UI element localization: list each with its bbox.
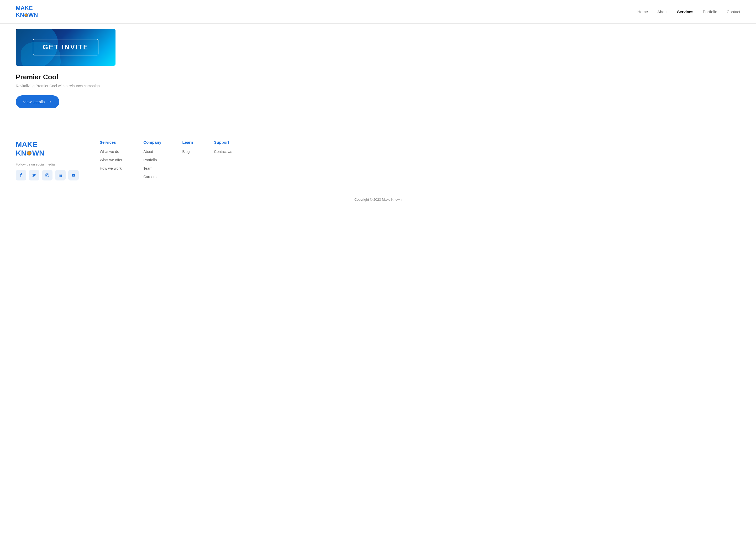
content-wrapper: GET INVITE Premier Cool Revitalizing Pre… [0, 24, 756, 124]
svg-point-4 [59, 174, 60, 175]
logo-make: MAKE [16, 5, 33, 11]
list-item: Careers [143, 175, 161, 179]
footer-link-blog[interactable]: Blog [182, 149, 190, 154]
svg-point-1 [46, 175, 48, 176]
follow-text: Follow us on social media [16, 162, 79, 166]
view-details-label: View Details [23, 100, 45, 104]
copyright-text: Copyright © 2023 Make Known [16, 197, 740, 201]
logo[interactable]: MAKE KN WN [16, 5, 38, 19]
footer-col-support-heading: Support [214, 140, 232, 144]
footer-support-list: Contact Us [214, 149, 232, 154]
logo-dot-icon [24, 13, 28, 17]
list-item: How we work [100, 166, 122, 171]
footer-services-list: What we do What we offer How we work [100, 149, 122, 171]
footer-columns: Services What we do What we offer How we… [100, 140, 740, 179]
project-title: Premier Cool [16, 73, 168, 81]
svg-point-2 [48, 174, 49, 175]
linkedin-icon[interactable] [55, 170, 66, 181]
youtube-icon[interactable] [68, 170, 79, 181]
footer-col-company-heading: Company [143, 140, 161, 144]
svg-rect-3 [59, 175, 60, 177]
list-item: Contact Us [214, 149, 232, 154]
nav-home[interactable]: Home [638, 10, 648, 14]
list-item: Portfolio [143, 158, 161, 162]
main-nav: Home About Services Portfolio Contact [638, 10, 740, 14]
footer-col-company: Company About Portfolio Team Careers [143, 140, 161, 179]
list-item: What we do [100, 149, 122, 154]
footer-col-services-heading: Services [100, 140, 122, 144]
main-content: GET INVITE Premier Cool Revitalizing Pre… [0, 29, 184, 124]
logo-known-pre: KN [16, 12, 24, 19]
footer-link-about[interactable]: About [143, 149, 153, 154]
get-invite-button[interactable]: GET INVITE [33, 39, 98, 55]
footer-col-services: Services What we do What we offer How we… [100, 140, 122, 179]
list-item: What we offer [100, 158, 122, 162]
footer-link-contact-us[interactable]: Contact Us [214, 149, 232, 154]
twitter-icon[interactable] [29, 170, 39, 181]
footer-link-how-we-work[interactable]: How we work [100, 166, 121, 171]
nav-services[interactable]: Services [677, 10, 693, 14]
footer-bottom: Copyright © 2023 Make Known [16, 191, 740, 201]
nav-about[interactable]: About [657, 10, 668, 14]
list-item: Team [143, 166, 161, 171]
nav-portfolio[interactable]: Portfolio [703, 10, 717, 14]
arrow-icon: → [47, 99, 52, 105]
footer-company-list: About Portfolio Team Careers [143, 149, 161, 179]
footer-link-portfolio[interactable]: Portfolio [143, 158, 157, 162]
nav-contact[interactable]: Contact [727, 10, 740, 14]
footer-logo-dot-icon [27, 151, 31, 155]
footer-logo-known-pre: KN [16, 149, 26, 158]
instagram-icon[interactable] [42, 170, 53, 181]
footer-link-careers[interactable]: Careers [143, 175, 157, 179]
footer-logo-section: MAKE KN WN Follow us on social media [16, 140, 79, 181]
hero-card: GET INVITE [16, 29, 116, 66]
footer-link-what-we-offer[interactable]: What we offer [100, 158, 122, 162]
view-details-button[interactable]: View Details → [16, 95, 59, 108]
footer-learn-list: Blog [182, 149, 193, 154]
footer-link-what-we-do[interactable]: What we do [100, 149, 119, 154]
footer-top: MAKE KN WN Follow us on social media [16, 140, 740, 181]
footer-logo-make: MAKE [16, 140, 37, 148]
footer-logo[interactable]: MAKE KN WN [16, 140, 79, 158]
footer-col-support: Support Contact Us [214, 140, 232, 179]
logo-known-post: WN [28, 12, 38, 19]
list-item: About [143, 149, 161, 154]
footer-col-learn: Learn Blog [182, 140, 193, 179]
footer-col-learn-heading: Learn [182, 140, 193, 144]
header: MAKE KN WN Home About Services Portfolio… [0, 0, 756, 24]
social-icons [16, 170, 79, 181]
footer-link-team[interactable]: Team [143, 166, 152, 171]
footer: MAKE KN WN Follow us on social media [0, 124, 756, 212]
list-item: Blog [182, 149, 193, 154]
footer-logo-known-post: WN [32, 149, 44, 158]
svg-rect-0 [46, 174, 49, 177]
facebook-icon[interactable] [16, 170, 26, 181]
project-desc: Revitalizing Premier Cool with a relaunc… [16, 84, 168, 88]
